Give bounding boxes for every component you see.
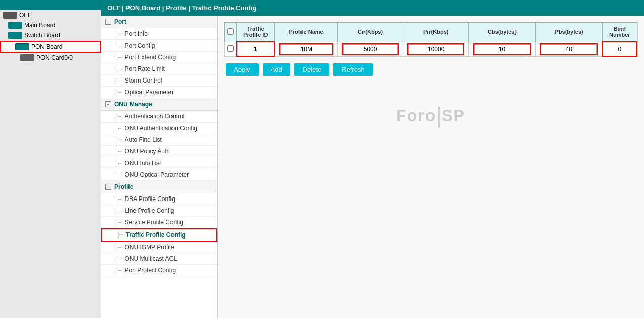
profile-toggle-icon: − xyxy=(105,184,111,190)
sidebar-item-olt[interactable]: OLT xyxy=(0,10,101,20)
button-row: Apply Add Delete Refresh xyxy=(224,63,638,76)
nav-label-optical-parameter: Optical Parameter xyxy=(124,89,174,96)
nav-item-dba-profile-config[interactable]: |-- DBA Profile Config xyxy=(101,193,217,205)
nav-connector-onu-info-list: |-- xyxy=(116,160,123,167)
cell-bind-1: 0 xyxy=(603,42,637,56)
cell-cir-1 xyxy=(337,42,403,56)
cell-pir-1 xyxy=(403,42,468,56)
pon-card-icon xyxy=(20,54,34,61)
nav-label-service-profile-config: Service Profile Config xyxy=(124,219,183,226)
watermark-right: SP xyxy=(442,106,465,125)
table-container: Traffic Profile IDProfile NameCir(Kbps)P… xyxy=(224,22,638,57)
sidebar-item-main-board[interactable]: Main Board xyxy=(0,20,101,30)
nav-label-storm-control: Storm Control xyxy=(124,77,162,84)
add-button[interactable]: Add xyxy=(263,63,290,76)
nav-connector-line-profile-config: |-- xyxy=(116,207,123,214)
nav-item-onu-optical-parameter[interactable]: |-- ONU Optical Parameter xyxy=(101,169,217,181)
nav-item-pon-protect-config[interactable]: |-- Pon Protect Config xyxy=(101,265,217,276)
switch-board-icon xyxy=(8,32,22,39)
col-header-cbs-bytes: Cbs(bytes) xyxy=(468,23,535,42)
sidebar-label-olt: OLT xyxy=(19,12,30,19)
nav-label-traffic-profile-config: Traffic Profile Config xyxy=(126,231,186,238)
row-checkbox-1[interactable] xyxy=(227,45,234,52)
pon-board-icon xyxy=(15,43,29,50)
col-header-pir-kbps: Pir(Kbps) xyxy=(403,23,468,42)
nav-label-onu-authentication-config: ONU Authentication Config xyxy=(124,125,197,132)
nav-section-onu-manage[interactable]: −ONU Manage xyxy=(101,98,217,111)
nav-label-port-info: Port Info xyxy=(124,30,147,37)
nav-connector-onu-optical-parameter: |-- xyxy=(116,171,123,178)
port-toggle-icon: − xyxy=(105,19,111,25)
left-nav: −Port|-- Port Info|-- Port Config|-- Por… xyxy=(101,16,218,318)
col-header-traffic-profile-id: Traffic Profile ID xyxy=(237,23,275,42)
nav-item-onu-info-list[interactable]: |-- ONU Info List xyxy=(101,157,217,169)
nav-section-port[interactable]: −Port xyxy=(101,16,217,28)
nav-item-auto-find-list[interactable]: |-- Auto Find List xyxy=(101,134,217,146)
nav-item-port-config[interactable]: |-- Port Config xyxy=(101,40,217,52)
col-header-checkbox xyxy=(225,23,237,42)
delete-button[interactable]: Delete xyxy=(294,63,330,76)
nav-label-port-config: Port Config xyxy=(124,42,155,49)
table-row-1: 10 xyxy=(225,42,637,56)
table-head: Traffic Profile IDProfile NameCir(Kbps)P… xyxy=(225,23,637,42)
nav-item-port-rate-limit[interactable]: |-- Port Rate Limit xyxy=(101,63,217,75)
sidebar-label-pon-card: PON Card0/0 xyxy=(36,54,73,61)
input-pir-1[interactable] xyxy=(408,44,463,54)
nav-connector-service-profile-config: |-- xyxy=(116,219,123,226)
nav-item-onu-igmp-profile[interactable]: |-- ONU IGMP Profile xyxy=(101,242,217,253)
sidebar-label-main-board: Main Board xyxy=(24,22,55,29)
watermark-divider xyxy=(438,107,440,127)
nav-connector-port-rate-limit: |-- xyxy=(116,65,123,72)
nav-item-onu-multicast-acl[interactable]: |-- ONU Multicast ACL xyxy=(101,253,217,265)
nav-label-onu-igmp-profile: ONU IGMP Profile xyxy=(124,244,174,251)
sidebar-item-pon-card[interactable]: PON Card0/0 xyxy=(0,53,101,63)
input-cbs-1[interactable] xyxy=(474,44,530,54)
refresh-button[interactable]: Refresh xyxy=(333,63,373,76)
cell-pbs-1 xyxy=(536,42,603,56)
header-checkbox[interactable] xyxy=(227,28,234,35)
sidebar-label-switch-board: Switch Board xyxy=(24,32,60,39)
watermark-left: Foro xyxy=(396,106,436,125)
col-header-profile-name: Profile Name xyxy=(275,23,337,42)
apply-button[interactable]: Apply xyxy=(226,63,259,76)
nav-section-profile[interactable]: −Profile xyxy=(101,181,217,193)
nav-item-authentication-control[interactable]: |-- Authentication Control xyxy=(101,111,217,123)
col-header-pbs-bytes: Pbs(bytes) xyxy=(536,23,603,42)
content-area: −Port|-- Port Info|-- Port Config|-- Por… xyxy=(101,16,644,318)
nav-item-optical-parameter[interactable]: |-- Optical Parameter xyxy=(101,87,217,98)
tree-nodes: OLTMain BoardSwitch BoardPON BoardPON Ca… xyxy=(0,10,101,63)
nav-label-port-extend-config: Port Extend Config xyxy=(124,54,176,61)
nav-connector-dba-profile-config: |-- xyxy=(116,195,123,203)
nav-connector-onu-policy-auth: |-- xyxy=(116,148,123,155)
nav-item-port-extend-config[interactable]: |-- Port Extend Config xyxy=(101,52,217,63)
input-cir-1[interactable] xyxy=(343,44,398,54)
input-profile-name-1[interactable] xyxy=(280,44,332,54)
sidebar-item-switch-board[interactable]: Switch Board xyxy=(0,30,101,41)
nav-connector-port-extend-config: |-- xyxy=(116,54,123,61)
nav-label-onu-info-list: ONU Info List xyxy=(124,160,161,167)
nav-item-port-info[interactable]: |-- Port Info xyxy=(101,28,217,40)
nav-connector-traffic-profile-config: |-- xyxy=(117,231,125,238)
nav-label-pon-protect-config: Pon Protect Config xyxy=(124,267,176,274)
nav-connector-auto-find-list: |-- xyxy=(116,136,123,143)
cell-traffic-profile-id-1: 1 xyxy=(237,42,275,56)
nav-item-line-profile-config[interactable]: |-- Line Profile Config xyxy=(101,205,217,217)
nav-item-service-profile-config[interactable]: |-- Service Profile Config xyxy=(101,217,217,228)
nav-label-onu-policy-auth: ONU Policy Auth xyxy=(124,148,169,155)
sidebar-item-pon-board[interactable]: PON Board xyxy=(0,41,101,53)
main-board-icon xyxy=(8,22,22,29)
nav-connector-port-config: |-- xyxy=(116,42,123,49)
watermark: ForoSP xyxy=(224,106,638,127)
nav-label-port-rate-limit: Port Rate Limit xyxy=(124,65,164,72)
cell-profile-name-1 xyxy=(275,42,337,56)
input-pbs-1[interactable] xyxy=(541,44,596,54)
nav-connector-storm-control: |-- xyxy=(116,77,123,84)
nav-connector-onu-authentication-config: |-- xyxy=(116,125,123,132)
nav-item-onu-authentication-config[interactable]: |-- ONU Authentication Config xyxy=(101,123,217,134)
traffic-profile-table: Traffic Profile IDProfile NameCir(Kbps)P… xyxy=(224,22,637,57)
nav-item-onu-policy-auth[interactable]: |-- ONU Policy Auth xyxy=(101,146,217,157)
sidebar-header xyxy=(0,0,101,10)
nav-connector-port-info: |-- xyxy=(116,30,123,37)
nav-item-storm-control[interactable]: |-- Storm Control xyxy=(101,75,217,87)
nav-item-traffic-profile-config[interactable]: |-- Traffic Profile Config xyxy=(101,228,217,242)
